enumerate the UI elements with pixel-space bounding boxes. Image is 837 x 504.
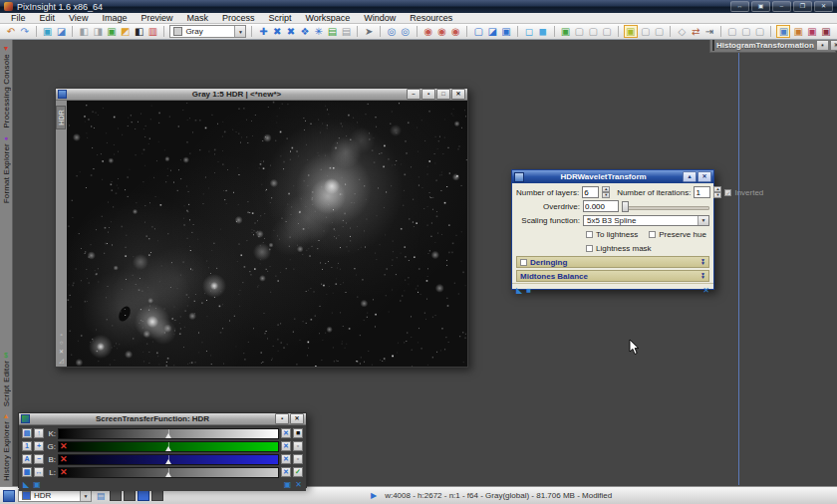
channel-reset-icon[interactable]: ✕	[281, 467, 291, 477]
history-small-icon[interactable]: ▢	[726, 25, 738, 38]
preserve-hue-checkbox[interactable]	[649, 231, 656, 238]
zoom-1-1-icon[interactable]: ◉	[422, 25, 434, 38]
hdrwavelet-titlebar[interactable]: HDRWaveletTransform ▴✕	[512, 170, 713, 183]
strip-resize-icon[interactable]: ◿	[59, 357, 64, 364]
mask-show-icon[interactable]: ⇄	[690, 25, 701, 38]
stf-auto-icon[interactable]: ◩	[120, 25, 132, 38]
iterations-spinner[interactable]: ▲▼	[713, 186, 721, 198]
plus-icon[interactable]: +	[34, 441, 44, 451]
stf-palette-icon[interactable]: ▤	[22, 428, 32, 438]
mask-prev-icon[interactable]: ▢	[640, 25, 652, 38]
color-profile-icon[interactable]: ▥	[147, 25, 159, 38]
track-view-icon[interactable]: ✚	[257, 25, 269, 38]
menu-view[interactable]: View	[62, 13, 95, 24]
close-button[interactable]: ✕	[451, 89, 465, 100]
workspace-2-icon[interactable]: ▣	[792, 25, 804, 38]
white-point-button[interactable]: ▫	[293, 454, 303, 464]
menu-edit[interactable]: Edit	[33, 13, 63, 24]
view-mode-combo[interactable]: Gray▼	[169, 25, 246, 38]
new-instance-icon[interactable]: ◣	[23, 481, 29, 489]
strip-zoom-mode-icon[interactable]: ○	[60, 340, 64, 346]
overdrive-slider[interactable]	[622, 201, 709, 212]
zoom-in-icon[interactable]: ◎	[386, 25, 398, 38]
new-image-icon[interactable]: ▣	[42, 25, 54, 38]
deringing-checkbox[interactable]	[520, 259, 527, 266]
midtone-slider-handle[interactable]	[165, 459, 171, 464]
stf-window[interactable]: ScreenTransferFunction: HDR ▪✕ ▤↑K:✕■1+G…	[18, 412, 307, 488]
channel-reset-icon[interactable]: ✕	[281, 441, 291, 451]
console-small-icon[interactable]: ▢	[754, 25, 766, 38]
new-doc-icon[interactable]: ▤	[327, 25, 339, 38]
layers-input[interactable]	[582, 186, 599, 198]
split-view-icon[interactable]: ◧	[134, 25, 145, 38]
workspace-4-icon[interactable]: ▣	[820, 25, 832, 38]
arrow-leftright-icon[interactable]: ↔	[34, 467, 44, 477]
inverted-checkbox[interactable]: ✓	[724, 189, 731, 196]
expand-section-icon[interactable]: ▼▼	[700, 273, 705, 279]
slider-handle[interactable]	[622, 201, 629, 212]
image-window[interactable]: Gray 1:5 HDR | <*new*> –▪□✕ HDR ▫○✕◿	[55, 88, 468, 368]
minus-icon[interactable]: −	[34, 454, 44, 464]
to-lightness-checkbox[interactable]	[586, 231, 593, 238]
iterations-input[interactable]	[694, 186, 710, 198]
midtone-button[interactable]: ▫	[293, 441, 303, 451]
shade-button[interactable]: ▪	[275, 413, 289, 424]
menu-script[interactable]: Script	[261, 13, 298, 24]
boxed-a-icon[interactable]: A	[22, 454, 32, 464]
menu-preview[interactable]: Preview	[134, 13, 179, 24]
channel-gradient-bar[interactable]: ✕	[58, 467, 279, 478]
optimal-fit-icon[interactable]: ✳	[313, 25, 325, 38]
mask-swap-icon[interactable]: ⇥	[703, 25, 715, 38]
channel-reset-icon[interactable]: ✕	[281, 454, 291, 464]
menu-window[interactable]: Window	[357, 13, 403, 24]
crop-mode-icon[interactable]: ▣	[500, 25, 512, 38]
reset-icon[interactable]: ✕	[295, 481, 302, 489]
apply-global-icon[interactable]: ▣	[560, 25, 572, 38]
zoom-optimal-icon[interactable]: ◉	[450, 25, 462, 38]
expand-window-icon[interactable]: ❖	[299, 25, 311, 38]
prev-view-icon[interactable]: ◻	[523, 25, 535, 38]
process-browser-icon[interactable]: ▢	[601, 25, 613, 38]
close-button[interactable]: ✕	[290, 413, 304, 424]
menu-image[interactable]: Image	[95, 13, 134, 24]
fit-window-icon[interactable]: ✖	[285, 25, 297, 38]
image-canvas[interactable]	[67, 101, 467, 367]
menu-file[interactable]: File	[4, 13, 33, 24]
expand-section-icon[interactable]: ▼▼	[700, 259, 705, 265]
lightness-mask-checkbox[interactable]	[586, 245, 593, 252]
track-view-icon[interactable]: ▣	[284, 481, 292, 489]
menu-mask[interactable]: Mask	[179, 13, 215, 24]
strip-sync-icon[interactable]: ▫	[60, 332, 62, 338]
overdrive-input[interactable]	[583, 200, 619, 212]
sidebar-tab-processing-console[interactable]: ▼Processing Console	[2, 42, 11, 131]
apply-check-button[interactable]: ✓	[293, 467, 303, 477]
mask-next-icon[interactable]: ▢	[654, 25, 666, 38]
readonly-doc-icon[interactable]: ▤	[341, 25, 353, 38]
new-workspace-button[interactable]: ▤	[95, 490, 107, 502]
explorer-small-icon[interactable]: ▢	[740, 25, 752, 38]
stf-titlebar[interactable]: ScreenTransferFunction: HDR ▪✕	[19, 413, 306, 425]
view-tab-hdr[interactable]: HDR	[56, 106, 66, 129]
shade-button[interactable]: ▪	[421, 89, 435, 100]
redo-icon[interactable]: ↷	[19, 25, 31, 38]
close-button[interactable]: ✕	[830, 40, 837, 51]
restore-icon[interactable]: ❐	[793, 1, 812, 12]
workspace-square-3[interactable]	[138, 490, 149, 501]
workspace-square-4[interactable]	[151, 490, 163, 501]
save-image-icon[interactable]: ◪	[56, 25, 68, 38]
iconize-button[interactable]: –	[407, 89, 420, 100]
workspace-square-2[interactable]	[124, 490, 136, 501]
apply-current-icon[interactable]: ▢	[573, 25, 585, 38]
channel-reset-icon[interactable]: ✕	[281, 428, 291, 438]
close-button[interactable]: ✕	[698, 171, 711, 182]
sidebar-tab-format-explorer[interactable]: ●Format Explorer	[2, 131, 11, 206]
workspace-3-icon[interactable]: ▣	[806, 25, 818, 38]
workspace-switch-icon[interactable]: ↔	[730, 1, 749, 12]
undo-icon[interactable]: ↶	[5, 25, 17, 38]
channel-gradient-bar[interactable]: ✕	[58, 454, 279, 465]
histogram-window-titlebar[interactable]: HistogramTransformation ▪✕	[709, 38, 836, 53]
scaling-function-dropdown[interactable]: 5x5 B3 Spline ▼	[583, 215, 709, 226]
strip-close-mode-icon[interactable]: ✕	[59, 348, 64, 355]
boxed-one-icon[interactable]: 1	[22, 441, 32, 451]
minimize-icon[interactable]: –	[772, 1, 791, 12]
